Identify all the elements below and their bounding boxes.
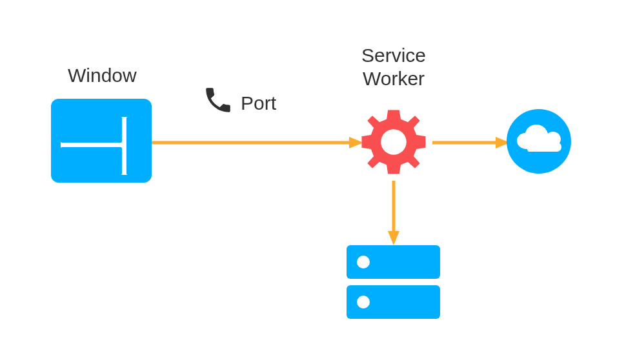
service-worker-line2: Worker (363, 68, 425, 89)
service-worker-line1: Service (361, 45, 426, 66)
arrow-gear-to-database (387, 181, 400, 245)
window-label: Window (68, 65, 137, 86)
svg-point-18 (357, 296, 370, 308)
database-icon (347, 245, 440, 319)
svg-point-9 (381, 129, 407, 155)
svg-point-16 (357, 256, 370, 268)
svg-marker-14 (388, 231, 399, 245)
service-worker-label: Service Worker (358, 44, 429, 90)
svg-rect-4 (126, 117, 142, 175)
svg-rect-3 (61, 147, 122, 175)
arrow-gear-to-cloud (432, 136, 510, 149)
svg-rect-6 (122, 117, 126, 175)
cloud-icon (507, 109, 571, 174)
port-label: Port (241, 92, 276, 114)
gear-icon (358, 106, 429, 177)
arrow-window-to-gear (152, 136, 363, 149)
svg-rect-2 (61, 117, 122, 143)
phone-icon (202, 84, 234, 116)
window-icon (51, 99, 152, 183)
svg-rect-5 (61, 143, 122, 147)
